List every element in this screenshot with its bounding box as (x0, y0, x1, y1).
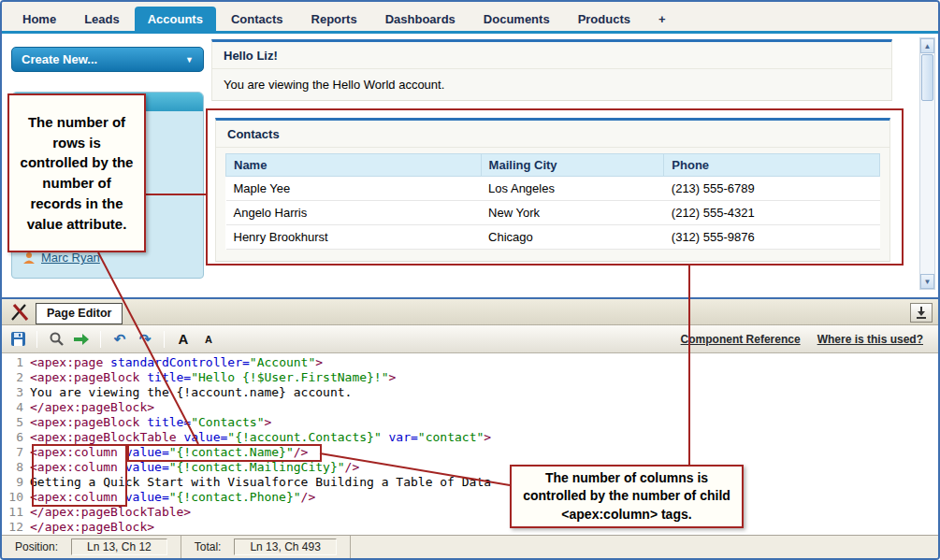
dropdown-arrow-icon: ▼ (185, 55, 194, 65)
code-line: Getting a Quick Start with Visualforce B… (30, 475, 938, 490)
line-number: 6 (2, 430, 23, 445)
contact-city-cell: Chicago (481, 225, 664, 250)
where-used-link[interactable]: Where is this used? (817, 333, 923, 346)
toolbar-separator (100, 331, 101, 348)
font-size-decrease-button[interactable]: A (200, 330, 217, 349)
code-line: <apex:column value="{!contact.Name}"/> (30, 445, 938, 460)
salesforce-window: Home Leads Accounts Contacts Reports Das… (0, 0, 940, 560)
status-position-segment: Position: Ln 13, Ch 12 (2, 536, 181, 558)
line-number: 4 (2, 400, 23, 415)
scroll-down-icon: ▼ (924, 278, 932, 286)
tab-leads[interactable]: Leads (71, 7, 133, 31)
create-new-label: Create New... (22, 52, 97, 66)
contact-phone-cell: (312) 555-9876 (664, 225, 880, 250)
hello-title: Hello Liz! (212, 42, 891, 68)
col-header-name: Name (226, 154, 482, 177)
code-body[interactable]: <apex:page standardController="Account">… (30, 355, 938, 535)
go-button[interactable] (73, 330, 90, 349)
total-label: Total: (195, 540, 222, 553)
contacts-header-row: Name Mailing City Phone (226, 154, 880, 177)
contact-name-cell: Maple Yee (226, 177, 482, 201)
code-line: </apex:pageBlockTable> (30, 505, 938, 520)
position-label: Position: (15, 540, 58, 553)
collapse-editor-button[interactable] (910, 303, 933, 323)
code-gutter: 123456789101112 (2, 355, 30, 535)
search-icon (49, 331, 65, 347)
code-line: You are viewing the {!account.name} acco… (30, 385, 938, 400)
font-decrease-icon: A (205, 334, 212, 345)
undo-button[interactable]: ↶ (111, 330, 128, 349)
hello-body: You are viewing the Hello World account. (212, 68, 891, 103)
line-number: 1 (2, 355, 23, 370)
tab-accounts[interactable]: Accounts (135, 7, 216, 31)
total-value: Ln 13, Ch 493 (234, 538, 336, 555)
preview-scrollbar[interactable]: ▲ ▼ (919, 37, 935, 290)
tab-products[interactable]: Products (565, 7, 644, 31)
create-new-button[interactable]: Create New... ▼ (11, 47, 204, 72)
undo-icon: ↶ (114, 331, 126, 348)
line-number: 11 (2, 505, 23, 520)
scroll-up-icon: ▲ (924, 42, 932, 50)
green-arrow-icon (73, 333, 90, 346)
toolbar-separator (36, 331, 37, 348)
contact-name-cell: Henry Brookhurst (226, 225, 482, 250)
contact-city-cell: Los Angeles (481, 177, 664, 201)
status-total-segment: Total: Ln 13, Ch 493 (181, 536, 351, 558)
toolbar-links: Component Reference Where is this used? (681, 333, 931, 346)
line-number: 2 (2, 370, 23, 385)
line-number: 3 (2, 385, 23, 400)
scrollbar-thumb[interactable] (921, 54, 933, 101)
code-line: </apex:pageBlock> (30, 520, 938, 535)
contact-row: Henry Brookhurst Chicago (312) 555-9876 (226, 225, 880, 250)
save-button[interactable] (9, 330, 26, 349)
code-line: <apex:column value="{!contact.Phone}"/> (30, 490, 938, 505)
user-link[interactable]: Marc Ryan (41, 251, 100, 265)
font-size-increase-button[interactable]: A (175, 330, 192, 349)
page-editor-tab[interactable]: Page Editor (36, 303, 123, 324)
tab-add[interactable]: + (645, 7, 679, 31)
line-number: 9 (2, 475, 23, 490)
line-number: 8 (2, 460, 23, 475)
dev-mode-x-icon[interactable] (9, 302, 30, 323)
contact-row: Angelo Harris New York (212) 555-4321 (226, 201, 880, 225)
contact-name-cell: Angelo Harris (226, 201, 482, 225)
contact-row: Maple Yee Los Angeles (213) 555-6789 (226, 177, 880, 201)
tab-documents[interactable]: Documents (470, 7, 563, 31)
search-button[interactable] (48, 330, 65, 349)
app-tab-bar: Home Leads Accounts Contacts Reports Das… (2, 2, 938, 34)
redo-icon: ↷ (139, 331, 152, 348)
contact-city-cell: New York (481, 201, 664, 225)
tab-reports[interactable]: Reports (298, 7, 370, 31)
scroll-up-button[interactable]: ▲ (920, 38, 934, 53)
code-line: <apex:pageBlockTable value="{!account.Co… (30, 430, 938, 445)
contact-phone-cell: (212) 555-4321 (664, 201, 880, 225)
scroll-down-button[interactable]: ▼ (920, 274, 934, 289)
tab-home[interactable]: Home (9, 7, 69, 31)
code-line: <apex:page standardController="Account"> (30, 355, 938, 370)
tab-contacts[interactable]: Contacts (218, 7, 296, 31)
code-line: <apex:column value="{!contact.MailingCit… (30, 460, 938, 475)
line-number: 10 (2, 490, 23, 505)
toolbar-separator (164, 331, 165, 348)
code-line: <apex:pageBlock title="Contacts"> (30, 415, 938, 430)
line-number: 12 (2, 520, 23, 535)
col-header-phone: Phone (664, 154, 880, 177)
line-number: 7 (2, 445, 23, 460)
hello-pageblock: Hello Liz! You are viewing the Hello Wor… (211, 39, 892, 101)
contacts-title: Contacts (216, 121, 889, 147)
code-line: </apex:pageBlock> (30, 400, 938, 415)
position-value: Ln 13, Ch 12 (71, 538, 167, 555)
col-header-city: Mailing City (481, 154, 664, 177)
download-arrow-icon (915, 307, 928, 319)
component-reference-link[interactable]: Component Reference (681, 333, 801, 346)
code-line: <apex:pageBlock title="Hello {!$User.Fir… (30, 370, 938, 385)
sidebar-panel-header (12, 93, 203, 111)
save-disk-icon (10, 331, 26, 347)
redo-button[interactable]: ↷ (137, 330, 153, 349)
contacts-table: Name Mailing City Phone Maple Yee Los An… (225, 153, 880, 250)
tab-dashboards[interactable]: Dashboards (372, 7, 469, 31)
contacts-pageblock: Contacts Name Mailing City Phone Maple Y… (215, 118, 890, 262)
line-number: 5 (2, 415, 23, 430)
person-icon (22, 251, 36, 265)
editor-toolbar: ↶ ↷ A A Component Reference Where is thi… (2, 325, 938, 353)
